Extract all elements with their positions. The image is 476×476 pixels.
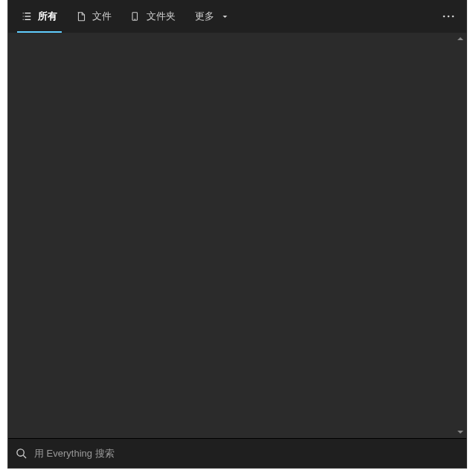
scroll-down-button[interactable]: [454, 426, 466, 438]
chevron-up-icon: [457, 36, 463, 42]
overflow-button[interactable]: [435, 0, 462, 33]
file-icon: [77, 11, 86, 22]
tab-folder[interactable]: 文件夹: [122, 0, 184, 33]
tab-all[interactable]: 所有: [13, 0, 66, 33]
folder-icon: [131, 11, 141, 22]
tab-label: 文件夹: [147, 10, 176, 23]
svg-line-12: [23, 455, 26, 458]
content-area: [8, 33, 466, 438]
search-input[interactable]: [34, 439, 459, 468]
chevron-down-icon: [222, 13, 228, 20]
vertical-scrollbar[interactable]: [454, 33, 466, 438]
svg-point-10: [452, 16, 454, 18]
tab-bar: 所有 文件 文件夹 更多: [8, 0, 466, 33]
search-icon: [16, 448, 27, 459]
app-window: 所有 文件 文件夹 更多: [7, 0, 467, 469]
svg-point-9: [448, 16, 450, 18]
chevron-down-icon: [457, 429, 463, 435]
svg-point-8: [443, 16, 446, 18]
more-button[interactable]: 更多: [186, 0, 237, 33]
ellipsis-icon: [443, 15, 454, 18]
list-icon: [22, 11, 32, 22]
search-bar: [8, 438, 466, 468]
tab-file[interactable]: 文件: [68, 0, 120, 33]
tab-label: 文件: [92, 10, 112, 23]
scroll-up-button[interactable]: [454, 33, 466, 45]
tab-label: 所有: [38, 10, 57, 23]
results-pane: [8, 33, 454, 438]
svg-point-11: [17, 449, 24, 456]
more-label: 更多: [195, 10, 214, 23]
